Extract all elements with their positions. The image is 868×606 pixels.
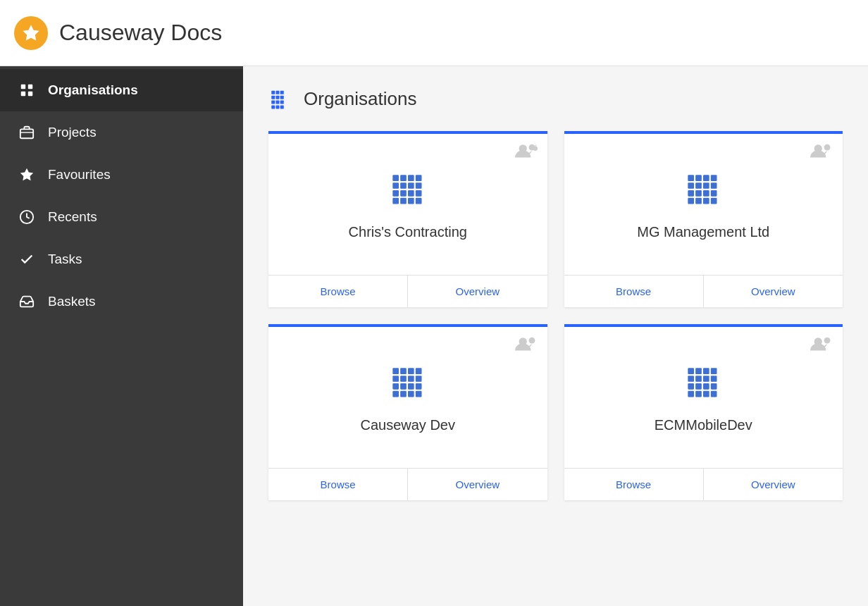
svg-rect-27 — [392, 183, 399, 189]
sidebar-label-projects: Projects — [48, 125, 97, 140]
svg-rect-56 — [711, 197, 717, 204]
svg-rect-25 — [408, 175, 414, 181]
card-name-ecm: ECMMobileDev — [655, 417, 752, 433]
card-causeway-dev: Causeway Dev Browse Overview — [268, 324, 547, 500]
overview-button-causeway[interactable]: Overview — [407, 469, 547, 500]
sidebar-label-favourites: Favourites — [48, 167, 111, 183]
sidebar-item-recents[interactable]: Recents — [0, 196, 243, 238]
svg-rect-7 — [271, 91, 275, 94]
star-icon — [17, 165, 37, 185]
sidebar-item-projects[interactable]: Projects — [0, 111, 243, 154]
svg-rect-61 — [408, 368, 414, 374]
organisations-grid: + — [268, 131, 843, 500]
svg-rect-4 — [20, 129, 33, 138]
svg-rect-92 — [711, 390, 717, 397]
browse-button-chris[interactable]: Browse — [268, 276, 407, 307]
svg-rect-86 — [695, 383, 702, 390]
svg-rect-34 — [416, 190, 422, 197]
card-actions-mg: Browse Overview — [564, 275, 843, 307]
svg-rect-9 — [280, 91, 284, 94]
svg-rect-69 — [408, 383, 414, 390]
sidebar-item-organisations[interactable]: Organisations — [0, 69, 243, 111]
card-body-ecm: ECMMobileDev — [564, 327, 843, 468]
body-layout: Organisations Projects Favourites — [0, 66, 868, 606]
svg-rect-35 — [392, 197, 399, 204]
svg-rect-60 — [400, 368, 407, 374]
svg-rect-1 — [28, 85, 32, 89]
svg-point-76 — [824, 338, 831, 344]
svg-rect-74 — [416, 390, 422, 397]
svg-rect-38 — [416, 197, 422, 204]
svg-rect-87 — [703, 383, 709, 390]
svg-rect-91 — [703, 390, 709, 397]
svg-rect-67 — [392, 383, 399, 390]
org-icon-ecm — [685, 365, 721, 404]
svg-rect-53 — [688, 197, 695, 204]
main-content: Organisations + — [243, 66, 868, 606]
svg-rect-13 — [271, 101, 275, 104]
svg-rect-77 — [688, 368, 695, 374]
svg-rect-33 — [408, 190, 414, 197]
svg-rect-71 — [392, 390, 399, 397]
svg-rect-46 — [695, 183, 702, 189]
browse-button-causeway[interactable]: Browse — [268, 469, 407, 500]
sidebar-item-favourites[interactable]: Favourites — [0, 154, 243, 196]
app-title: Causeway Docs — [59, 20, 222, 46]
svg-rect-45 — [688, 183, 695, 189]
svg-rect-24 — [400, 175, 407, 181]
clock-icon — [17, 207, 37, 227]
svg-rect-28 — [400, 183, 407, 189]
card-body-chris: + — [268, 134, 547, 275]
sidebar-label-recents: Recents — [48, 209, 97, 225]
svg-rect-15 — [280, 101, 284, 104]
admin-icon-chris: + — [515, 142, 538, 159]
svg-rect-30 — [416, 183, 422, 189]
browse-button-ecm[interactable]: Browse — [564, 469, 703, 500]
svg-rect-31 — [392, 190, 399, 197]
sidebar-label-tasks: Tasks — [48, 252, 82, 267]
svg-rect-52 — [711, 190, 717, 197]
svg-rect-10 — [271, 96, 275, 99]
app-header: Causeway Docs — [0, 0, 868, 66]
browse-button-mg[interactable]: Browse — [564, 276, 703, 307]
overview-button-chris[interactable]: Overview — [407, 276, 547, 307]
card-ecm-mobile: ECMMobileDev Browse Overview — [564, 324, 843, 500]
svg-rect-79 — [703, 368, 709, 374]
svg-rect-12 — [280, 96, 284, 99]
svg-rect-84 — [711, 376, 717, 382]
overview-button-mg[interactable]: Overview — [703, 276, 843, 307]
overview-button-ecm[interactable]: Overview — [703, 469, 843, 500]
svg-rect-50 — [695, 190, 702, 197]
svg-rect-8 — [276, 91, 280, 94]
sidebar-label-baskets: Baskets — [48, 294, 96, 309]
svg-rect-68 — [400, 383, 407, 390]
svg-rect-70 — [416, 383, 422, 390]
svg-rect-17 — [276, 105, 280, 109]
svg-rect-51 — [703, 190, 709, 197]
svg-rect-83 — [703, 376, 709, 382]
card-name-chris: Chris's Contracting — [349, 224, 467, 240]
sidebar-item-baskets[interactable]: Baskets — [0, 280, 243, 323]
svg-rect-26 — [416, 175, 422, 181]
card-actions-ecm: Browse Overview — [564, 468, 843, 500]
svg-rect-90 — [695, 390, 702, 397]
svg-rect-11 — [276, 96, 280, 99]
svg-rect-59 — [392, 368, 399, 374]
svg-rect-14 — [276, 101, 280, 104]
svg-rect-48 — [711, 183, 717, 189]
sidebar: Organisations Projects Favourites — [0, 66, 243, 606]
organisations-heading-icon — [268, 86, 294, 111]
svg-rect-42 — [695, 175, 702, 181]
svg-rect-89 — [688, 390, 695, 397]
card-chris-contracting: + — [268, 131, 547, 307]
org-icon-chris — [390, 172, 426, 211]
card-mg-management: MG Management Ltd Browse Overview — [564, 131, 843, 307]
inbox-icon — [17, 292, 37, 311]
svg-rect-29 — [408, 183, 414, 189]
svg-rect-18 — [280, 105, 284, 109]
svg-point-58 — [528, 338, 535, 344]
svg-rect-55 — [703, 197, 709, 204]
svg-rect-62 — [416, 368, 422, 374]
sidebar-item-tasks[interactable]: Tasks — [0, 238, 243, 280]
svg-rect-37 — [408, 197, 414, 204]
